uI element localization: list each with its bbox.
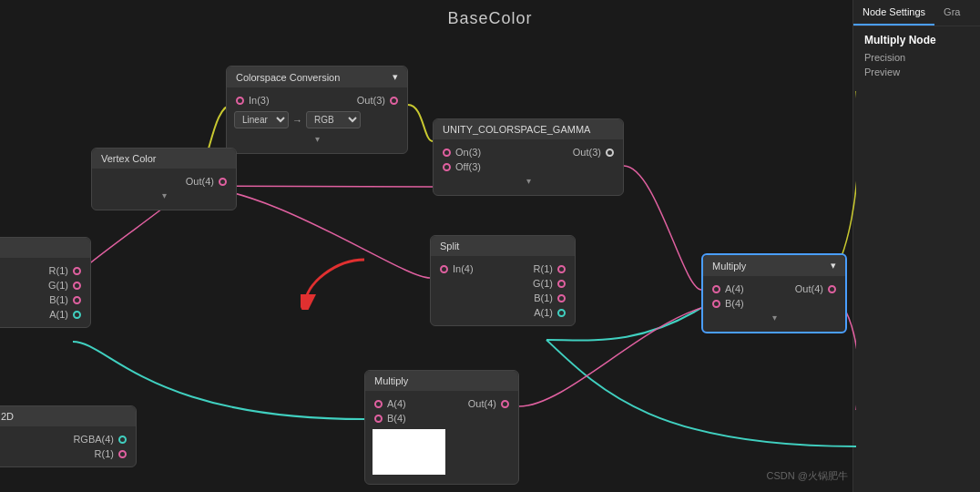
sm-b-label: B(1) xyxy=(534,292,553,303)
sm-g-port[interactable] xyxy=(557,280,566,288)
mr-b-port[interactable] xyxy=(712,300,720,308)
sm-in-label: In(4) xyxy=(453,263,474,274)
node-multiply-right: Multiply ▾ A(4) Out(4) B(4) ▾ xyxy=(701,253,847,333)
node-split-mid-header: Split xyxy=(431,236,575,256)
mb-a-label: A(4) xyxy=(387,398,406,409)
page-title: BaseColor xyxy=(447,9,532,28)
panel-node-name: Multiply Node xyxy=(864,34,969,46)
mr-out-port[interactable] xyxy=(828,285,836,293)
node-split-mid: Split In(4) R(1) G(1) B(1) xyxy=(430,235,576,326)
stl-b-port[interactable] xyxy=(73,296,81,304)
node-2d-header: 2D xyxy=(0,406,136,426)
watermark: CSDN @火锅肥牛 xyxy=(767,469,848,483)
mr-a-label: A(4) xyxy=(725,283,744,294)
n2d-r-port[interactable] xyxy=(118,450,127,458)
node-colorspace-header: Colorspace Conversion ▾ xyxy=(227,67,407,87)
node-2d-title: 2D xyxy=(1,411,14,422)
node-split-top: lit In(4) R(1) G(1) B(1) xyxy=(0,237,91,328)
stl-r-port[interactable] xyxy=(73,267,81,275)
stl-a-port[interactable] xyxy=(73,311,81,319)
panel-content: Multiply Node Precision Preview xyxy=(853,26,980,87)
unity-collapse[interactable]: ▾ xyxy=(434,174,623,190)
unity-on-label: On(3) xyxy=(455,147,481,158)
node-colorspace-chevron: ▾ xyxy=(393,71,398,83)
node-multiply-right-header: Multiply ▾ xyxy=(703,255,845,276)
mr-b-label: B(4) xyxy=(725,298,744,309)
node-multiply-right-title: Multiply xyxy=(712,261,746,272)
panel-tabs: Node Settings Gra xyxy=(853,0,980,26)
cs-in-port[interactable] xyxy=(236,97,244,105)
cs-out-label: Out(3) xyxy=(357,95,385,106)
stl-a-label: A(1) xyxy=(49,309,68,320)
cs-arrow: → xyxy=(292,115,302,126)
sm-a-port[interactable] xyxy=(557,309,566,317)
unity-on-port[interactable] xyxy=(443,149,451,157)
n2d-rgba-label: RGBA(4) xyxy=(73,434,114,445)
mb-out-port[interactable] xyxy=(501,400,509,408)
node-colorspace-title: Colorspace Conversion xyxy=(236,72,340,83)
unity-off-port[interactable] xyxy=(443,163,451,171)
vertex-collapse[interactable]: ▾ xyxy=(92,189,236,204)
mb-b-port[interactable] xyxy=(374,415,383,423)
cs-collapse[interactable]: ▾ xyxy=(227,132,407,148)
node-multiply-bot-title: Multiply xyxy=(374,375,408,386)
mb-out-label: Out(4) xyxy=(468,398,496,409)
node-split-mid-title: Split xyxy=(440,241,459,251)
node-vertex-header: Vertex Color xyxy=(92,149,236,169)
stl-r-label: R(1) xyxy=(49,265,68,276)
mr-a-port[interactable] xyxy=(712,285,720,293)
cs-to-select[interactable]: RGB Linear xyxy=(306,111,361,128)
stl-g-port[interactable] xyxy=(73,282,81,290)
tab-node-settings[interactable]: Node Settings xyxy=(853,0,934,26)
red-arrow xyxy=(301,255,373,313)
sm-in-port[interactable] xyxy=(440,265,448,273)
node-multiply-right-chevron: ▾ xyxy=(831,260,836,272)
cs-out-port[interactable] xyxy=(390,97,398,105)
panel-item-precision[interactable]: Precision xyxy=(864,50,969,65)
node-colorspace: Colorspace Conversion ▾ In(3) Out(3) Lin… xyxy=(226,66,408,154)
sm-r-label: R(1) xyxy=(534,263,553,274)
vertex-out-label: Out(4) xyxy=(186,176,214,187)
cs-in-label: In(3) xyxy=(249,95,270,106)
tab-gra[interactable]: Gra xyxy=(934,0,969,26)
stl-g-label: G(1) xyxy=(48,280,68,291)
mb-a-port[interactable] xyxy=(374,400,383,408)
n2d-r-label: R(1) xyxy=(95,448,114,459)
n2d-rgba-port[interactable] xyxy=(118,436,127,444)
node-vertex-title: Vertex Color xyxy=(101,153,157,164)
node-vertex: Vertex Color Out(4) ▾ xyxy=(91,148,237,210)
node-unity-header: UNITY_COLORSPACE_GAMMA xyxy=(434,119,623,139)
sm-b-port[interactable] xyxy=(557,294,566,302)
vertex-out-port[interactable] xyxy=(219,178,227,186)
node-multiply-bot-header: Multiply xyxy=(365,371,518,391)
node-unity-title: UNITY_COLORSPACE_GAMMA xyxy=(443,124,590,135)
panel-item-preview[interactable]: Preview xyxy=(864,65,969,79)
mr-out-label: Out(4) xyxy=(795,283,823,294)
stl-b-label: B(1) xyxy=(49,294,68,305)
right-panel: Node Settings Gra Multiply Node Precisio… xyxy=(852,0,980,492)
cs-from-select[interactable]: Linear sRGB xyxy=(234,111,289,128)
mb-b-label: B(4) xyxy=(387,413,406,424)
mb-preview xyxy=(373,429,445,475)
sm-g-label: G(1) xyxy=(533,278,553,289)
mr-collapse[interactable]: ▾ xyxy=(703,311,845,326)
node-2d: 2D RGBA(4) R(1) xyxy=(0,405,137,467)
node-split-top-header: lit xyxy=(0,238,90,258)
cs-conversion-row: Linear sRGB → RGB Linear xyxy=(227,108,407,132)
node-multiply-bot: Multiply A(4) Out(4) B(4) xyxy=(364,370,519,485)
unity-out-label: Out(3) xyxy=(573,147,601,158)
unity-out-port[interactable] xyxy=(606,149,614,157)
node-unity: UNITY_COLORSPACE_GAMMA On(3) Out(3) Off(… xyxy=(433,118,624,196)
unity-off-label: Off(3) xyxy=(455,161,481,172)
sm-a-label: A(1) xyxy=(534,307,553,318)
sm-r-port[interactable] xyxy=(557,265,566,273)
